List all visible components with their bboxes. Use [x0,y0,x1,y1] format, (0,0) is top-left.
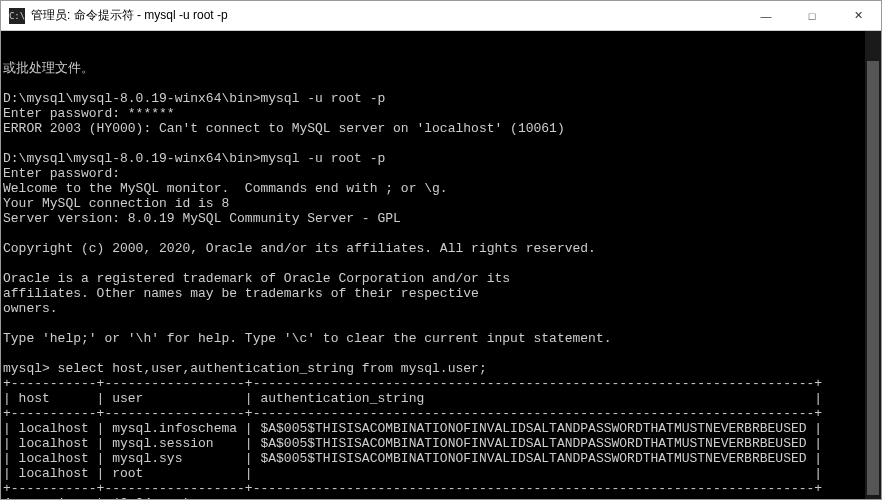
app-icon: C:\ [9,8,25,24]
table-header: | host | user | authentication_string | [3,391,822,406]
output-line: D:\mysql\mysql-8.0.19-winx64\bin>mysql -… [3,151,385,166]
output-line: Type 'help;' or '\h' for help. Type '\c'… [3,331,612,346]
table-border: +-----------+------------------+--------… [3,376,822,391]
scrollbar[interactable] [865,31,881,499]
output-line: Enter password: ****** [3,106,175,121]
window-controls: — □ ✕ [743,1,881,30]
output-line: Your MySQL connection id is 8 [3,196,229,211]
scrollbar-thumb[interactable] [867,61,879,495]
window-title: 管理员: 命令提示符 - mysql -u root -p [31,7,743,24]
output-line: Welcome to the MySQL monitor. Commands e… [3,181,448,196]
table-row: | localhost | mysql.sys | $A$005$THISISA… [3,451,822,466]
output-line: owners. [3,301,58,316]
output-line: mysql> select host,user,authentication_s… [3,361,487,376]
table-row: | localhost | mysql.infoschema | $A$005$… [3,421,822,436]
terminal-area[interactable]: 或批处理文件。 D:\mysql\mysql-8.0.19-winx64\bin… [1,31,881,499]
output-line: D:\mysql\mysql-8.0.19-winx64\bin>mysql -… [3,91,385,106]
output-line: 或批处理文件。 [3,61,94,76]
table-row: | localhost | mysql.session | $A$005$THI… [3,436,822,451]
close-button[interactable]: ✕ [835,1,881,30]
output-line: 4 rows in set (0.04 sec) [3,496,190,499]
output-line: ERROR 2003 (HY000): Can't connect to MyS… [3,121,565,136]
maximize-button[interactable]: □ [789,1,835,30]
table-border: +-----------+------------------+--------… [3,481,822,496]
table-row: | localhost | root | | [3,466,822,481]
minimize-button[interactable]: — [743,1,789,30]
titlebar[interactable]: C:\ 管理员: 命令提示符 - mysql -u root -p — □ ✕ [1,1,881,31]
output-line: Enter password: [3,166,120,181]
output-line: Server version: 8.0.19 MySQL Community S… [3,211,401,226]
output-line: Copyright (c) 2000, 2020, Oracle and/or … [3,241,596,256]
terminal-window: C:\ 管理员: 命令提示符 - mysql -u root -p — □ ✕ … [0,0,882,500]
output-line: affiliates. Other names may be trademark… [3,286,479,301]
terminal-output: 或批处理文件。 D:\mysql\mysql-8.0.19-winx64\bin… [3,61,879,499]
output-line: Oracle is a registered trademark of Orac… [3,271,510,286]
table-border: +-----------+------------------+--------… [3,406,822,421]
